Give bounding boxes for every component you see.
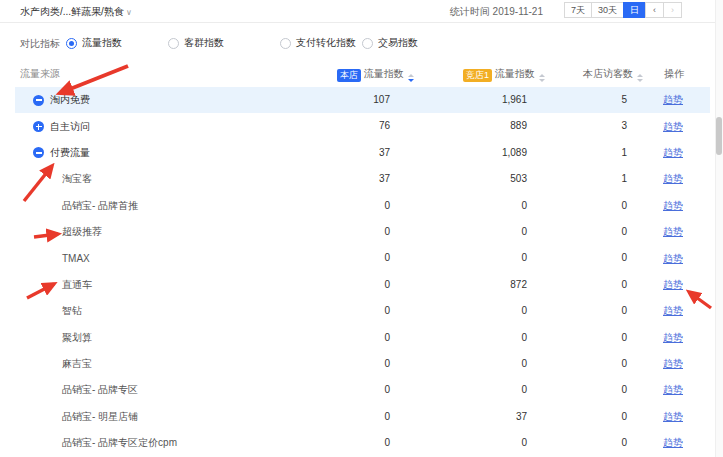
caret-down-icon bbox=[637, 79, 643, 82]
comp-traffic-index-value: 503 bbox=[440, 166, 527, 192]
table-body: 淘内免费1071,9615趋势自主访问768893趋势付费流量371,0891趋… bbox=[0, 87, 715, 456]
own-traffic-index-value: 0 bbox=[310, 377, 390, 403]
comp-traffic-index-value: 0 bbox=[440, 245, 527, 271]
radio-label: 客群指数 bbox=[184, 36, 224, 50]
table-row: 品销宝- 品牌首推000趋势 bbox=[15, 193, 710, 219]
trend-link[interactable]: 趋势 bbox=[663, 377, 683, 403]
own-traffic-index-value: 0 bbox=[310, 404, 390, 430]
radio-customer-index[interactable]: 客群指数 bbox=[168, 36, 224, 50]
category-selector[interactable]: 水产肉类/...鲜蔬果/熟食∨ bbox=[20, 5, 132, 19]
own-traffic-index-value: 107 bbox=[310, 87, 390, 113]
traffic-source-label: 超级推荐 bbox=[62, 225, 102, 239]
comp-traffic-index-value: 37 bbox=[440, 404, 527, 430]
comp-traffic-index-value: 872 bbox=[440, 272, 527, 298]
radio-trade-index[interactable]: 交易指数 bbox=[362, 36, 418, 50]
traffic-source-label: TMAX bbox=[62, 253, 90, 264]
own-traffic-index-value: 37 bbox=[310, 140, 390, 166]
comp-traffic-index-value: 0 bbox=[440, 351, 527, 377]
traffic-source-label: 品销宝- 明星店铺 bbox=[62, 410, 138, 424]
trend-link[interactable]: 趋势 bbox=[663, 298, 683, 324]
comp-traffic-index-value: 0 bbox=[440, 377, 527, 403]
own-visitors-value: 0 bbox=[552, 377, 627, 403]
range-30d-button[interactable]: 30天 bbox=[591, 2, 624, 18]
traffic-source-label: 淘内免费 bbox=[50, 93, 90, 107]
col-label: 流量指数 bbox=[364, 68, 404, 79]
compare-metric-label: 对比指标 bbox=[20, 37, 60, 51]
radio-label: 交易指数 bbox=[378, 36, 418, 50]
trend-link[interactable]: 趋势 bbox=[663, 430, 683, 456]
stat-time-label: 统计时间 2019-11-21 bbox=[450, 5, 543, 19]
scrollbar-track bbox=[715, 0, 723, 457]
own-traffic-index-value: 0 bbox=[310, 430, 390, 456]
traffic-source-label: 聚划算 bbox=[62, 331, 92, 345]
radio-pay-conversion-index[interactable]: 支付转化指数 bbox=[280, 36, 356, 50]
radio-label: 流量指数 bbox=[82, 36, 122, 50]
expand-icon[interactable] bbox=[33, 121, 44, 132]
trend-link[interactable]: 趋势 bbox=[663, 325, 683, 351]
comp-traffic-index-value: 0 bbox=[440, 325, 527, 351]
table-row: 聚划算000趋势 bbox=[15, 325, 710, 351]
table-row: 智钻000趋势 bbox=[15, 298, 710, 324]
sort-own-traffic-index[interactable] bbox=[408, 74, 414, 82]
trend-link[interactable]: 趋势 bbox=[663, 193, 683, 219]
own-visitors-value: 0 bbox=[552, 219, 627, 245]
scrollbar-thumb[interactable] bbox=[716, 117, 722, 155]
table-row: 付费流量371,0891趋势 bbox=[15, 140, 710, 166]
range-day-button[interactable]: 日 bbox=[623, 2, 646, 18]
table-row: 品销宝- 品牌专区000趋势 bbox=[15, 377, 710, 403]
table-row: 麻吉宝000趋势 bbox=[15, 351, 710, 377]
table-row: 品销宝- 明星店铺0370趋势 bbox=[15, 404, 710, 430]
own-visitors-value: 0 bbox=[552, 325, 627, 351]
radio-traffic-index[interactable]: 流量指数 bbox=[66, 36, 122, 50]
sort-comp-traffic-index[interactable] bbox=[539, 74, 545, 82]
trend-link[interactable]: 趋势 bbox=[663, 351, 683, 377]
table-row: 淘内免费1071,9615趋势 bbox=[15, 87, 710, 113]
traffic-source-label: 品销宝- 品牌专区定价cpm bbox=[62, 436, 177, 450]
traffic-source-label: 淘宝客 bbox=[62, 172, 92, 186]
own-traffic-index-value: 0 bbox=[310, 298, 390, 324]
trend-link[interactable]: 趋势 bbox=[663, 140, 683, 166]
traffic-source-label: 智钻 bbox=[62, 304, 82, 318]
trend-link[interactable]: 趋势 bbox=[663, 404, 683, 430]
own-visitors-value: 0 bbox=[552, 351, 627, 377]
radio-icon bbox=[362, 38, 373, 49]
radio-selected-icon bbox=[66, 38, 77, 49]
comp-traffic-index-value: 0 bbox=[440, 219, 527, 245]
traffic-source-label: 直通车 bbox=[62, 278, 92, 292]
range-7d-button[interactable]: 7天 bbox=[564, 2, 592, 18]
own-visitors-value: 0 bbox=[552, 430, 627, 456]
trend-link[interactable]: 趋势 bbox=[663, 166, 683, 192]
table-row: 自主访问768893趋势 bbox=[15, 113, 710, 139]
trend-link[interactable]: 趋势 bbox=[663, 87, 683, 113]
comp-traffic-index-value: 0 bbox=[440, 430, 527, 456]
traffic-source-label: 自主访问 bbox=[50, 120, 90, 134]
traffic-source-label: 麻吉宝 bbox=[62, 357, 92, 371]
table-row: TMAX000趋势 bbox=[15, 245, 710, 271]
col-traffic-source: 流量来源 bbox=[20, 67, 60, 81]
collapse-icon[interactable] bbox=[33, 147, 44, 158]
trend-link[interactable]: 趋势 bbox=[663, 113, 683, 139]
comp-traffic-index-value: 889 bbox=[440, 113, 527, 139]
caret-down-icon bbox=[408, 79, 414, 82]
own-shop-badge: 本店 bbox=[337, 69, 361, 82]
trend-link[interactable]: 趋势 bbox=[663, 219, 683, 245]
traffic-source-label: 品销宝- 品牌首推 bbox=[62, 199, 138, 213]
own-visitors-value: 0 bbox=[552, 272, 627, 298]
own-visitors-value: 1 bbox=[552, 140, 627, 166]
comp-traffic-index-value: 0 bbox=[440, 193, 527, 219]
own-traffic-index-value: 0 bbox=[310, 272, 390, 298]
radio-label: 支付转化指数 bbox=[296, 36, 356, 50]
collapse-icon[interactable] bbox=[33, 95, 44, 106]
sort-own-visitors[interactable] bbox=[637, 74, 643, 82]
prev-date-button[interactable]: ‹ bbox=[645, 2, 664, 18]
own-visitors-value: 0 bbox=[552, 245, 627, 271]
table-header: 流量来源 本店 流量指数 竞店1 流量指数 本店访客数 操作 bbox=[0, 60, 715, 87]
comp-traffic-index-value: 1,089 bbox=[440, 140, 527, 166]
table-row: 品销宝- 品牌专区定价cpm000趋势 bbox=[15, 430, 710, 456]
category-breadcrumb: 水产肉类/...鲜蔬果/熟食 bbox=[20, 6, 124, 17]
next-date-button[interactable]: › bbox=[663, 2, 682, 18]
own-visitors-value: 0 bbox=[552, 298, 627, 324]
trend-link[interactable]: 趋势 bbox=[663, 245, 683, 271]
trend-link[interactable]: 趋势 bbox=[663, 272, 683, 298]
own-traffic-index-value: 0 bbox=[310, 193, 390, 219]
